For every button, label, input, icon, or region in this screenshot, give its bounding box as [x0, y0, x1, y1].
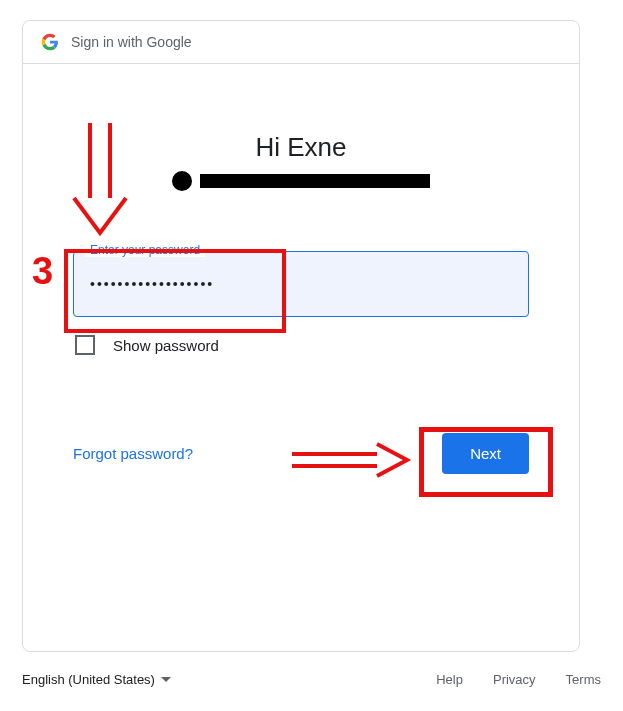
greeting-text: Hi Exne — [73, 132, 529, 163]
show-password-row: Show password — [75, 335, 529, 355]
google-logo-icon — [41, 33, 59, 51]
chevron-down-icon — [161, 677, 171, 682]
next-button[interactable]: Next — [442, 433, 529, 474]
show-password-checkbox[interactable] — [75, 335, 95, 355]
signin-card: Sign in with Google Hi Exne Enter your p… — [22, 20, 580, 652]
forgot-password-link[interactable]: Forgot password? — [73, 445, 193, 462]
account-chip[interactable] — [73, 171, 529, 191]
password-field-wrap: Enter your password — [73, 251, 529, 317]
card-body: Hi Exne Enter your password Show passwor… — [23, 64, 579, 504]
password-input[interactable] — [73, 251, 529, 317]
password-label: Enter your password — [85, 243, 205, 257]
actions-row: Forgot password? Next — [73, 433, 529, 474]
language-label: English (United States) — [22, 672, 155, 687]
privacy-link[interactable]: Privacy — [493, 672, 536, 687]
footer: English (United States) Help Privacy Ter… — [22, 672, 601, 687]
card-header: Sign in with Google — [23, 21, 579, 64]
show-password-label: Show password — [113, 337, 219, 354]
header-title: Sign in with Google — [71, 34, 192, 50]
help-link[interactable]: Help — [436, 672, 463, 687]
account-email-redacted — [200, 174, 430, 188]
language-selector[interactable]: English (United States) — [22, 672, 171, 687]
footer-links: Help Privacy Terms — [436, 672, 601, 687]
avatar — [172, 171, 192, 191]
terms-link[interactable]: Terms — [566, 672, 601, 687]
